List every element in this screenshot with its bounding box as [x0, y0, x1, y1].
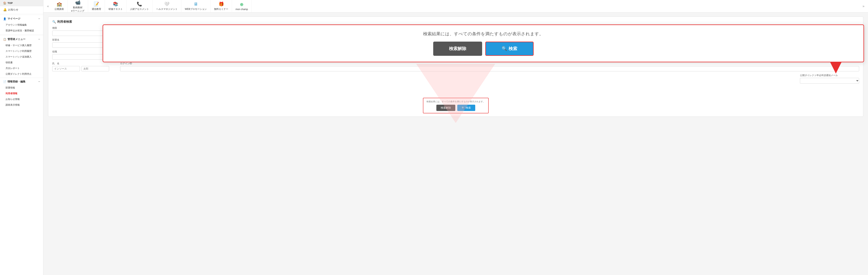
sidebar-direct-stop[interactable]: 公開ダイレクト利用停止 — [0, 71, 43, 77]
search-button-small[interactable]: 🔍 検索 — [457, 105, 475, 111]
assessment-icon: 📞 — [137, 2, 142, 7]
home-icon: 🏠 — [3, 2, 6, 4]
nav-correspondence[interactable]: 📝 通信教育 — [88, 0, 105, 14]
search-big-label: 検索 — [508, 46, 517, 51]
admin-icon: 📋 — [3, 38, 6, 41]
field-mail: 公開ダイレクト申込申請通知メール — [800, 74, 859, 83]
clear-button-small[interactable]: 検索解除 — [436, 105, 455, 111]
notifications-label: お知らせ — [8, 8, 18, 11]
nav-health-label: ヘルスマネジメント — [156, 7, 178, 11]
sidebar-admin-header[interactable]: 📋 管理者メニュー − — [0, 35, 43, 43]
mypage-collapse-icon: − — [38, 17, 40, 21]
nav-video-elearning[interactable]: 📹 動画教材eラーニング — [68, 0, 88, 14]
sidebar-user-info[interactable]: 利用者情報 — [0, 91, 43, 96]
sidebar-lecture-info[interactable]: 講座表示情報 — [0, 102, 43, 108]
search-bottom-area: 検索結果には、すべての条件を満たすものが表示されます。 検索解除 🔍 検索 — [52, 86, 859, 113]
search-panel-title: 🔍 利用者検索 — [52, 20, 859, 24]
web-icon: 🖥 — [193, 2, 198, 7]
sidebar-account-edit[interactable]: アカウント情報編集 — [0, 22, 43, 28]
nav-prev-arrow[interactable]: « — [45, 4, 51, 8]
nav-assessment[interactable]: 📞 人材アセスメント — [126, 0, 153, 14]
shimei-mei-input[interactable] — [82, 66, 109, 71]
nav-assessment-label: 人材アセスメント — [130, 7, 149, 11]
nav-koen-koza-label: 公開講座 — [55, 7, 64, 11]
main-area: « 🏫 公開講座 📹 動画教材eラーニング 📝 通信教育 📚 研修テキスト — [43, 0, 868, 275]
sidebar-top-label: TOP — [7, 2, 13, 4]
pointer-triangle — [830, 62, 842, 73]
login-id-label: ログインID — [120, 62, 859, 65]
nav-correspondence-label: 通信教育 — [92, 7, 101, 11]
modal-actions: 検索解除 🔍 検索 — [111, 42, 856, 56]
name-inputs — [52, 66, 109, 71]
sidebar-busho-info[interactable]: 部署情報 — [0, 85, 43, 91]
search-row-mail: 公開ダイレクト申込申請通知メール — [52, 74, 859, 83]
field-shimei-label-group: 氏 名 — [52, 62, 109, 71]
shimei-label: 氏 名 — [52, 62, 109, 65]
sidebar-purchase-history[interactable]: 研修・サービス購入履歴 — [0, 43, 43, 48]
koen-koza-icon: 🏫 — [57, 2, 62, 7]
big-modal: 検索結果には、すべての条件を満たすものが表示されます。 検索解除 🔍 検索 — [102, 25, 864, 62]
nav-koen-koza[interactable]: 🏫 公開講座 — [51, 0, 68, 14]
search-small-label: 検索 — [466, 106, 471, 110]
info-collapse-icon: − — [38, 80, 40, 83]
sidebar-notifications[interactable]: 🔔 お知らせ — [0, 6, 43, 13]
nav-text[interactable]: 📚 研修テキスト — [105, 0, 126, 14]
mail-select[interactable] — [800, 78, 859, 83]
nav-next-arrow[interactable]: » — [861, 4, 866, 8]
nav-video-label: 動画教材eラーニング — [71, 6, 85, 12]
sidebar-monthly-report[interactable]: 月次レポート — [0, 65, 43, 71]
sidebar-receipt[interactable]: 領収書 — [0, 60, 43, 65]
sidebar-smartpack-history[interactable]: スマートパック利用履歴 — [0, 48, 43, 54]
content-area: 🔍 利用者検索 権限 部署名 — [43, 12, 868, 275]
sidebar-info-header[interactable]: 📄 情報登録・編集 − — [0, 78, 43, 85]
sidebar-notice-info[interactable]: お知らせ情報 — [0, 96, 43, 102]
shimei-sei-input[interactable] — [52, 66, 80, 71]
mon-champ-icon: ⊕ — [240, 2, 243, 7]
search-big-icon: 🔍 — [502, 46, 507, 51]
top-nav: « 🏫 公開講座 📹 動画教材eラーニング 📝 通信教育 📚 研修テキスト — [43, 0, 868, 12]
nav-items: 🏫 公開講座 📹 動画教材eラーニング 📝 通信教育 📚 研修テキスト 📞 — [51, 0, 861, 14]
nav-seminar-label: 無料セミナー — [214, 7, 228, 11]
search-title-icon: 🔍 — [52, 20, 56, 24]
seminar-icon: 🎁 — [219, 2, 224, 7]
search-actions-small: 検索解除 🔍 検索 — [427, 105, 485, 111]
nav-web[interactable]: 🖥 WEBプロモーション — [181, 0, 211, 14]
nav-mon-champ-label: mon champ — [236, 8, 248, 11]
admin-collapse-icon: − — [38, 37, 40, 41]
nav-web-label: WEBプロモーション — [185, 7, 207, 11]
info-label: 情報登録・編集 — [7, 80, 26, 83]
mail-label: 公開ダイレクト申込申請通知メール — [800, 74, 859, 77]
bell-icon: 🔔 — [3, 8, 7, 11]
small-search-box: 検索結果には、すべての条件を満たすものが表示されます。 検索解除 🔍 検索 — [423, 98, 489, 113]
nav-free-seminar[interactable]: 🎁 無料セミナー — [211, 0, 232, 14]
modal-hint-text: 検索結果には、すべての条件を満たすものが表示されます。 — [111, 31, 856, 37]
field-login-id: ログインID — [120, 62, 859, 71]
clear-button-big[interactable]: 検索解除 — [433, 42, 482, 56]
text-icon: 📚 — [113, 2, 118, 7]
sidebar: 🏠 TOP 🔔 お知らせ 👤 マイページ − アカウント情報編集 受講申込み状況… — [0, 0, 43, 275]
health-icon: 🤍 — [164, 2, 169, 7]
small-hint-text: 検索結果には、すべての条件を満たすものが表示されます。 — [427, 100, 485, 103]
sidebar-smartpack-add[interactable]: スマートパック追加購入 — [0, 54, 43, 60]
info-icon: 📄 — [3, 80, 6, 83]
search-row-name-login: 氏 名 ログインID — [52, 62, 859, 71]
sidebar-course-history[interactable]: 受講申込み状況・履歴確認 — [0, 28, 43, 34]
nav-health[interactable]: 🤍 ヘルスマネジメント — [153, 0, 181, 14]
mypage-label: マイページ — [7, 17, 20, 21]
sidebar-top[interactable]: 🏠 TOP — [0, 0, 43, 6]
video-icon: 📹 — [75, 0, 81, 5]
search-small-icon: 🔍 — [462, 106, 465, 109]
nav-mon-champ[interactable]: ⊕ mon champ — [232, 0, 252, 14]
nav-text-label: 研修テキスト — [108, 7, 123, 11]
user-icon: 👤 — [3, 18, 6, 20]
search-button-big[interactable]: 🔍 検索 — [485, 42, 534, 56]
sidebar-mypage-header[interactable]: 👤 マイページ − — [0, 15, 43, 22]
admin-label: 管理者メニュー — [7, 37, 26, 41]
login-id-input[interactable] — [120, 66, 859, 71]
correspondence-icon: 📝 — [94, 2, 99, 7]
